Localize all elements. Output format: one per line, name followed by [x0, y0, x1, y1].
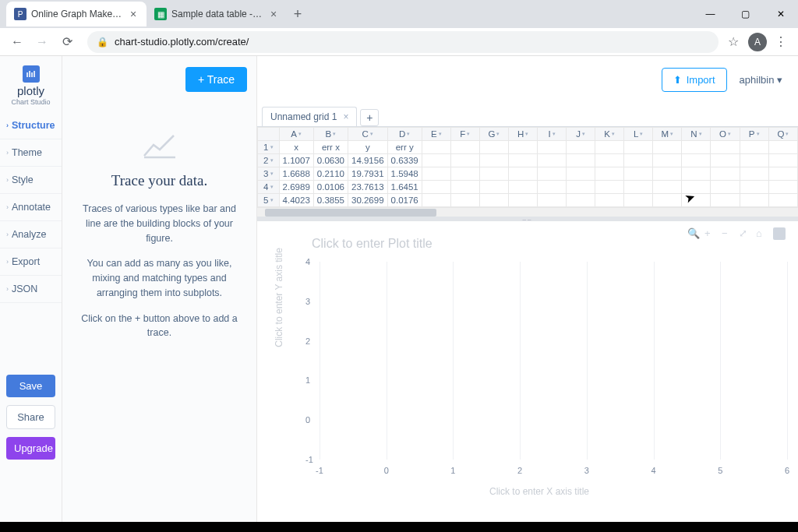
cell[interactable]: [567, 141, 595, 154]
cell[interactable]: 1.5948: [387, 167, 422, 181]
cell[interactable]: 0.2110: [313, 167, 348, 181]
cell[interactable]: 0.3855: [313, 194, 348, 207]
cell[interactable]: [711, 167, 740, 181]
sidebar-item-export[interactable]: ›Export: [0, 248, 62, 276]
sidebar-item-analyze[interactable]: ›Analyze: [0, 221, 62, 248]
cell[interactable]: [422, 167, 450, 181]
cell[interactable]: [711, 181, 740, 194]
cell[interactable]: [567, 194, 595, 207]
column-header-N[interactable]: N ▾: [682, 128, 711, 141]
add-grid-button[interactable]: +: [360, 109, 379, 126]
cell[interactable]: [450, 154, 479, 167]
column-header-P[interactable]: P ▾: [740, 128, 768, 141]
column-header-Q[interactable]: Q ▾: [768, 128, 797, 141]
cell[interactable]: y: [348, 141, 387, 154]
cell[interactable]: [509, 181, 538, 194]
sidebar-item-structure[interactable]: ›Structure: [0, 112, 62, 139]
cell[interactable]: [538, 154, 567, 167]
cell[interactable]: 30.2699: [348, 194, 387, 207]
cell[interactable]: [450, 167, 479, 181]
plot-axes[interactable]: -10123456-101234: [320, 262, 787, 480]
cell[interactable]: [509, 154, 538, 167]
cell[interactable]: 1.1007: [279, 154, 313, 167]
cell[interactable]: 0.0630: [313, 154, 348, 167]
cell[interactable]: err x: [313, 141, 348, 154]
cell[interactable]: 1.6688: [279, 167, 313, 181]
cell[interactable]: [711, 141, 740, 154]
save-button[interactable]: Save: [6, 375, 55, 397]
y-axis-title-input[interactable]: Click to enter Y axis title: [274, 248, 284, 347]
cell[interactable]: [624, 141, 653, 154]
zoom-icon[interactable]: 🔍: [687, 227, 700, 240]
profile-avatar[interactable]: A: [748, 33, 767, 51]
cell[interactable]: [624, 167, 653, 181]
sheet-corner[interactable]: [258, 128, 280, 141]
cell[interactable]: [682, 181, 711, 194]
column-header-M[interactable]: M ▾: [653, 128, 682, 141]
cell[interactable]: [740, 181, 768, 194]
column-header-L[interactable]: L ▾: [624, 128, 653, 141]
cell[interactable]: [682, 141, 711, 154]
column-header-E[interactable]: E ▾: [422, 128, 450, 141]
grid-tab[interactable]: Unnamed grid 1 ×: [262, 107, 357, 126]
cell[interactable]: [538, 141, 567, 154]
share-button[interactable]: Share: [6, 405, 55, 429]
cell[interactable]: [653, 154, 682, 167]
cell[interactable]: [682, 167, 711, 181]
column-header-D[interactable]: D ▾: [387, 128, 422, 141]
cell[interactable]: [768, 167, 797, 181]
cell[interactable]: [768, 194, 797, 207]
cell[interactable]: [711, 194, 740, 207]
cell[interactable]: [422, 181, 450, 194]
row-header[interactable]: 2 ▾: [258, 154, 280, 167]
cell[interactable]: [567, 154, 595, 167]
cell[interactable]: [479, 181, 508, 194]
minimize-button[interactable]: —: [693, 2, 728, 26]
column-header-A[interactable]: A ▾: [279, 128, 313, 141]
import-button[interactable]: ⬆ Import: [662, 68, 727, 92]
close-window-button[interactable]: ✕: [763, 2, 798, 26]
cell[interactable]: [422, 194, 450, 207]
reload-button[interactable]: ⟳: [56, 31, 78, 53]
spreadsheet[interactable]: A ▾B ▾C ▾D ▾E ▾F ▾G ▾H ▾I ▾J ▾K ▾L ▾M ▾N…: [257, 126, 798, 217]
column-header-F[interactable]: F ▾: [450, 128, 479, 141]
column-header-G[interactable]: G ▾: [479, 128, 508, 141]
forward-button[interactable]: →: [31, 31, 53, 53]
column-header-I[interactable]: I ▾: [538, 128, 567, 141]
upgrade-button[interactable]: Upgrade: [6, 437, 55, 460]
cell[interactable]: [653, 194, 682, 207]
cell[interactable]: [422, 154, 450, 167]
autoscale-icon[interactable]: ⤢: [739, 227, 751, 240]
column-header-H[interactable]: H ▾: [509, 128, 538, 141]
cell[interactable]: x: [279, 141, 313, 154]
cell[interactable]: 19.7931: [348, 167, 387, 181]
cell[interactable]: [624, 154, 653, 167]
cell[interactable]: [567, 167, 595, 181]
cell[interactable]: [595, 167, 624, 181]
minus-icon[interactable]: −: [722, 227, 734, 240]
cell[interactable]: [768, 181, 797, 194]
column-header-C[interactable]: C ▾: [348, 128, 387, 141]
cell[interactable]: [450, 181, 479, 194]
new-tab-button[interactable]: +: [287, 3, 309, 25]
cell[interactable]: 1.6451: [387, 181, 422, 194]
cell[interactable]: [682, 154, 711, 167]
cell[interactable]: [509, 194, 538, 207]
cell[interactable]: 4.4023: [279, 194, 313, 207]
horizontal-scrollbar[interactable]: [257, 207, 798, 217]
cell[interactable]: 0.6339: [387, 154, 422, 167]
close-icon[interactable]: ×: [268, 9, 279, 19]
row-header[interactable]: 3 ▾: [258, 167, 280, 181]
cell[interactable]: [509, 141, 538, 154]
column-header-K[interactable]: K ▾: [595, 128, 624, 141]
plus-icon[interactable]: +: [704, 227, 717, 240]
cell[interactable]: [450, 194, 479, 207]
cell[interactable]: [768, 141, 797, 154]
cell[interactable]: [479, 141, 508, 154]
cell[interactable]: 2.6989: [279, 181, 313, 194]
cell[interactable]: 0.0106: [313, 181, 348, 194]
cell[interactable]: [595, 181, 624, 194]
cell[interactable]: [653, 181, 682, 194]
cell[interactable]: [450, 141, 479, 154]
cell[interactable]: [538, 167, 567, 181]
